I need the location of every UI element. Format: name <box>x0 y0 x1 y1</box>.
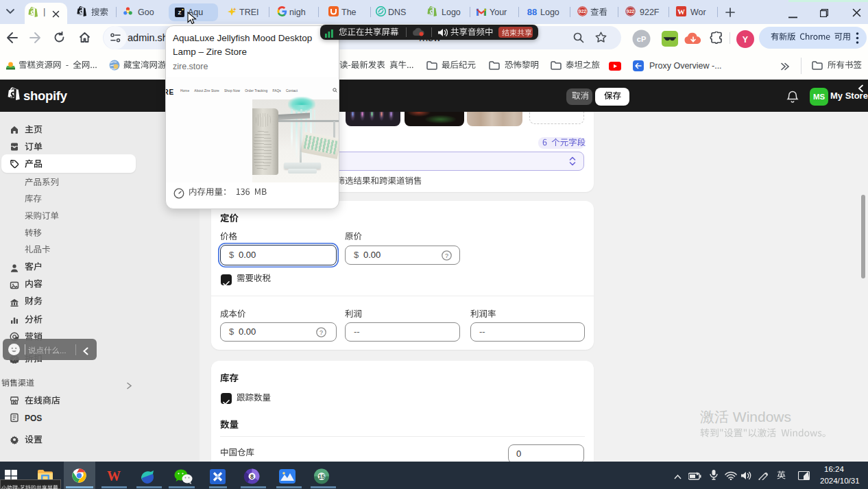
svg-text:922: 922 <box>579 9 586 14</box>
svg-text:?: ? <box>445 252 448 259</box>
svg-text:88: 88 <box>527 7 537 16</box>
svg-text:?: ? <box>320 329 323 336</box>
svg-text:Z: Z <box>178 10 182 16</box>
svg-text:Y: Y <box>743 35 749 45</box>
svg-text:cP: cP <box>637 35 646 43</box>
svg-text:922: 922 <box>627 9 634 14</box>
svg-text:W: W <box>677 8 685 16</box>
svg-text:8: 8 <box>250 473 254 480</box>
svg-text:15: 15 <box>318 473 325 480</box>
svg-text:W: W <box>107 469 121 483</box>
